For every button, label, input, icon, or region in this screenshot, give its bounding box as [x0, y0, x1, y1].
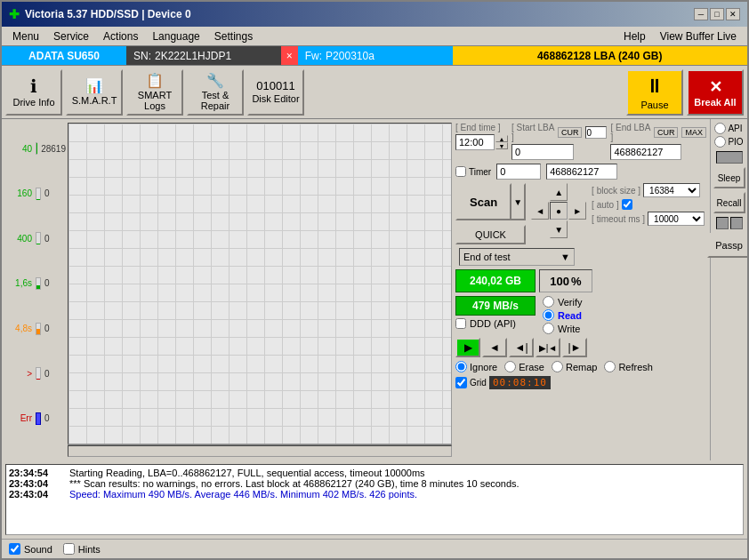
break-all-button[interactable]: ✕ Break All — [687, 69, 744, 116]
device-close-btn[interactable]: × — [281, 46, 298, 65]
ddd-api-checkbox[interactable] — [455, 318, 466, 329]
bar-val-4s8: 0 — [44, 324, 50, 333]
menu-actions[interactable]: Actions — [96, 29, 145, 44]
progress-pct-sign: % — [571, 275, 582, 288]
arrow-down[interactable]: ▼ — [550, 220, 568, 238]
bar-label-4s8: 4,8s — [7, 324, 32, 333]
smart-label: S.M.A.R.T — [72, 95, 117, 106]
quick-button[interactable]: QUICK — [455, 225, 526, 244]
end-time-section: [ End time ] ▲ ▼ — [455, 123, 508, 150]
arrow-right[interactable]: ► — [568, 202, 586, 220]
grid-time-display: 00:08:10 — [489, 376, 551, 389]
sound-checkbox[interactable] — [9, 543, 20, 555]
disk-editor-label: Disk Editor — [252, 93, 299, 104]
step-back-button[interactable]: ◄| — [509, 338, 534, 357]
menu-service[interactable]: Service — [46, 29, 96, 44]
verify-row: Verify — [543, 296, 583, 308]
menu-language[interactable]: Language — [145, 29, 206, 44]
smart-logs-button[interactable]: 📋 SMART Logs — [126, 69, 183, 116]
maximize-button[interactable]: □ — [710, 8, 724, 20]
timeout-row: [ timeout ms ] 10000 — [592, 212, 705, 226]
menu-menu[interactable]: Menu — [5, 29, 46, 44]
end-lba-input[interactable] — [610, 144, 681, 160]
bar-val-1s6: 0 — [44, 278, 50, 288]
erase-radio[interactable] — [504, 361, 516, 372]
verify-radio[interactable] — [543, 296, 554, 308]
grid-timer-section: Grid 00:08:10 — [455, 376, 706, 389]
cur-label-1: CUR — [558, 127, 583, 138]
api-row: API — [714, 123, 743, 134]
scan-dropdown-arrow[interactable]: ▼ — [511, 183, 526, 220]
pause-button[interactable]: ⏸ Pause — [626, 69, 683, 116]
progress-size: 240,02 GB — [470, 275, 521, 287]
ignore-section: Ignore Erase Remap Refresh — [455, 361, 706, 372]
timer-checkbox[interactable] — [455, 166, 466, 177]
log-row-1: 23:43:04 *** Scan results: no warnings, … — [9, 478, 740, 489]
minimize-button[interactable]: ─ — [694, 8, 708, 20]
step-fwd-button[interactable]: |► — [562, 338, 587, 357]
end-time-up[interactable]: ▲ — [495, 135, 508, 142]
speed-bar: 479 MB/s — [455, 296, 536, 316]
write-radio[interactable] — [543, 323, 554, 334]
scan-button[interactable]: Scan — [455, 183, 511, 220]
main-window: ✚ Victoria 5.37 HDD/SSD | Device 0 ─ □ ✕… — [0, 0, 749, 560]
timer-input[interactable] — [496, 164, 541, 180]
log-row-0: 23:34:54 Starting Reading, LBA=0..468862… — [9, 468, 740, 478]
remap-radio[interactable] — [552, 361, 563, 372]
ignore-radio[interactable] — [455, 361, 467, 372]
scan-arrow-section: Scan ▼ QUICK ▲ ◄ ● ► ▼ — [455, 183, 706, 244]
cur-val-1-input[interactable] — [585, 126, 607, 139]
end-time-label: [ End time ] — [455, 123, 508, 132]
drive-info-button[interactable]: ℹ Drive Info — [5, 69, 62, 116]
timeout-select[interactable]: 10000 — [648, 212, 705, 226]
bar-fill-1s6 — [36, 285, 40, 289]
skip-button[interactable]: ▶|◄ — [536, 338, 560, 357]
graph-canvas — [68, 123, 452, 444]
hints-checkbox[interactable] — [63, 543, 75, 555]
read-row: Read — [543, 309, 583, 321]
auto-checkbox[interactable] — [622, 199, 632, 210]
play-button[interactable]: ▶ — [455, 338, 480, 357]
bar-row-40: 40 28619 — [7, 142, 66, 155]
read-radio[interactable] — [543, 309, 554, 321]
fw-value: P200310a — [326, 50, 374, 62]
drive-info-icon: ℹ — [30, 77, 37, 95]
arrow-center: ● — [550, 202, 568, 220]
break-x-icon: ✕ — [709, 77, 722, 97]
menu-help[interactable]: Help — [616, 29, 653, 44]
start-lba-section: [ Start LBA ] CUR — [511, 123, 607, 160]
timer-end-input[interactable] — [546, 164, 617, 180]
verify-label: Verify — [558, 297, 583, 308]
speed-val: 479 MB/s — [472, 300, 519, 312]
start-lba-input[interactable] — [511, 144, 574, 160]
grid-checkbox[interactable] — [455, 377, 467, 388]
recall-button[interactable]: Recall — [713, 192, 745, 213]
arrow-up[interactable]: ▲ — [550, 183, 568, 201]
end-time-input[interactable] — [455, 134, 495, 150]
arrow-left[interactable]: ◄ — [531, 202, 549, 220]
sleep-button[interactable]: Sleep — [713, 167, 745, 188]
close-button[interactable]: ✕ — [726, 8, 740, 20]
bar-val-err: 0 — [44, 413, 50, 423]
log-time-2: 23:43:04 — [9, 489, 62, 500]
end-time-down[interactable]: ▼ — [495, 142, 508, 149]
disk-editor-button[interactable]: 010011 Disk Editor — [247, 69, 304, 116]
erase-opt: Erase — [504, 361, 544, 372]
api-radio[interactable] — [714, 123, 726, 134]
ddd-api-label: DDD (API) — [470, 318, 516, 329]
timer-section: Timer — [455, 164, 706, 180]
block-size-select[interactable]: 16384 — [643, 183, 700, 197]
read-write-options: Verify Read Write — [543, 296, 583, 334]
passp-button[interactable]: Passp — [707, 233, 748, 258]
end-test-dropdown[interactable]: End of test ▼ — [459, 248, 575, 266]
graph-scrollbar[interactable] — [68, 444, 452, 457]
pio-radio[interactable] — [714, 136, 726, 148]
menu-settings[interactable]: Settings — [207, 29, 260, 44]
test-repair-label: Test & Repair — [190, 90, 240, 111]
pio-row: PIO — [714, 136, 743, 148]
test-repair-button[interactable]: 🔧 Test & Repair — [187, 69, 244, 116]
menu-view-buffer-live[interactable]: View Buffer Live — [653, 29, 744, 44]
refresh-radio[interactable] — [604, 361, 616, 372]
stop-button[interactable]: ◄ — [482, 338, 507, 357]
smart-button[interactable]: 📊 S.M.A.R.T — [66, 69, 123, 116]
